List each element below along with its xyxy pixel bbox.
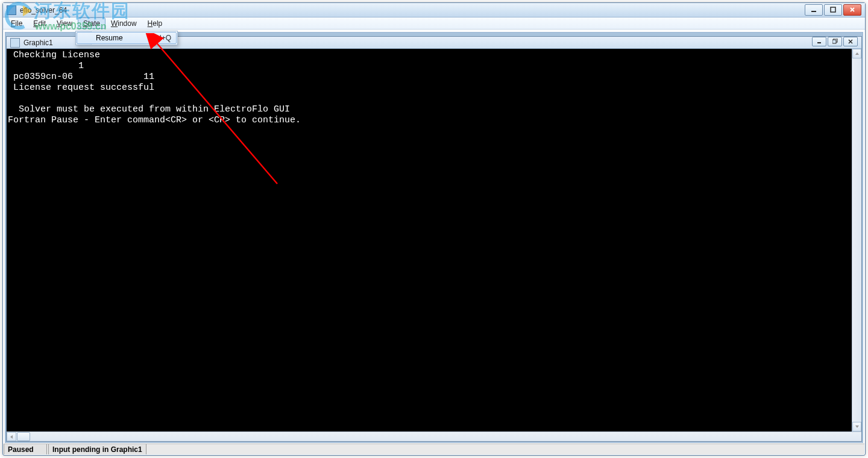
child-minimize-button[interactable] [812,37,826,46]
horizontal-scrollbar[interactable] [7,431,861,441]
menu-view[interactable]: View [51,17,78,29]
vscroll-track[interactable] [852,58,861,422]
hscroll-thumb[interactable] [17,432,30,441]
svg-rect-4 [832,40,836,43]
mdi-client: Graphic1 Checking License 1 pc0359cn-06 [5,32,863,443]
minimize-button[interactable] [805,4,823,16]
statusbar: Paused Input pending in Graphic1 [4,444,864,454]
svg-marker-5 [855,52,859,55]
maximize-button[interactable] [824,4,842,16]
menu-state[interactable]: State [78,17,105,29]
menu-item-label: Resume [96,34,123,42]
scroll-down-button[interactable] [852,422,861,431]
window-controls [805,4,863,16]
svg-rect-2 [817,42,821,43]
status-message: Input pending in Graphic1 [48,444,146,454]
scroll-up-button[interactable] [852,49,861,58]
child-window-graphic1: Graphic1 Checking License 1 pc0359cn-06 [6,36,862,442]
child-window-icon [10,38,20,48]
svg-rect-0 [811,11,816,12]
svg-rect-1 [831,7,835,12]
menu-file[interactable]: File [5,17,28,29]
menu-item-shortcut: Ctrl+Q [150,34,171,42]
scroll-left-button[interactable] [7,432,16,441]
child-restore-button[interactable] [828,37,842,46]
main-window: eflo_solver_64 File Edit View State Wind… [2,2,866,456]
window-title: eflo_solver_64 [19,6,67,14]
state-dropdown: Resume Ctrl+Q [75,31,178,45]
menu-window[interactable]: Window [105,17,142,29]
menu-edit[interactable]: Edit [28,17,51,29]
status-state: Paused [4,444,47,454]
svg-marker-7 [10,435,13,439]
vertical-scrollbar[interactable] [852,49,861,431]
console-output[interactable]: Checking License 1 pc0359cn-06 11 Licens… [7,49,852,431]
child-close-button[interactable] [843,37,858,46]
app-icon [7,5,16,15]
menubar: File Edit View State Window Help [3,17,865,30]
child-window-controls [812,37,859,49]
menu-item-resume[interactable]: Resume Ctrl+Q [77,32,177,44]
menu-help[interactable]: Help [142,17,168,29]
child-window-title: Graphic1 [22,39,53,47]
close-button[interactable] [843,4,861,16]
svg-marker-6 [855,425,859,428]
main-titlebar[interactable]: eflo_solver_64 [3,3,865,17]
